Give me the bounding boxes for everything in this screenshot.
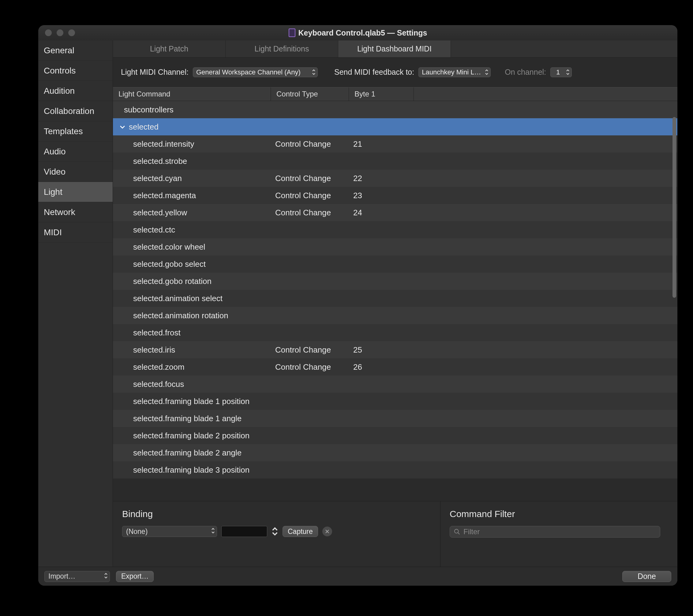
th-command[interactable]: Light Command [113,87,271,101]
cell-byte1: 24 [349,208,414,217]
cell-control-type: Control Change [271,191,349,200]
filter-search-input[interactable]: Filter [450,526,660,538]
table-row[interactable]: selected.yellowControl Change24 [113,204,677,221]
feedback-value: Launchkey Mini L… [422,68,481,76]
th-spacer [414,87,677,101]
updown-icon [485,69,489,75]
updown-icon [566,69,570,75]
table-row[interactable]: selected.animation select [113,290,677,307]
table-row[interactable]: selected.zoomControl Change26 [113,359,677,376]
table-row[interactable]: selected.framing blade 1 position [113,393,677,410]
scrollbar[interactable] [673,117,676,298]
th-control-type[interactable]: Control Type [271,87,349,101]
tab-bar: Light PatchLight DefinitionsLight Dashbo… [113,40,677,58]
sidebar-item-general[interactable]: General [38,40,113,61]
table-row[interactable]: selected.magentaControl Change23 [113,187,677,204]
cell-byte1: 21 [349,139,414,149]
binding-panel: Binding (None) [113,501,440,567]
table-row[interactable]: selected.framing blade 2 angle [113,444,677,461]
sidebar-item-light[interactable]: Light [38,182,113,202]
table-row[interactable]: selected.gobo select [113,255,677,273]
import-label: Import… [48,572,75,580]
midi-channel-label: Light MIDI Channel: [121,68,189,77]
midi-channel-select[interactable]: General Workspace Channel (Any) [193,68,318,77]
sidebar-item-controls[interactable]: Controls [38,61,113,81]
table-row[interactable]: selected.gobo rotation [113,273,677,290]
filter-title: Command Filter [450,509,668,519]
cell-byte1: 22 [349,174,414,183]
tab-light-dashboard-midi[interactable]: Light Dashboard MIDI [338,40,451,57]
table-header: Light Command Control Type Byte 1 [113,87,677,101]
cell-control-type: Control Change [271,345,349,355]
sidebar-item-midi[interactable]: MIDI [38,223,113,243]
cell-command: selected.framing blade 2 position [113,431,271,441]
binding-value-field[interactable] [221,526,267,537]
cell-command: selected.framing blade 3 position [113,465,271,475]
cell-control-type: Control Change [271,362,349,372]
table-row[interactable]: selected.intensityControl Change21 [113,135,677,153]
window-title: Keyboard Control.qlab5 — Settings [298,28,427,37]
close-traffic-light[interactable] [45,30,52,36]
table-row[interactable]: selected.ctc [113,221,677,238]
on-channel-select[interactable]: 1 [550,68,572,77]
cell-command: selected.gobo select [113,259,271,269]
cell-command: selected.color wheel [113,242,271,252]
svg-point-0 [455,529,458,533]
on-channel-value: 1 [556,68,560,76]
table-row[interactable]: selected.cyanControl Change22 [113,170,677,187]
main-panel: Light PatchLight DefinitionsLight Dashbo… [113,40,677,567]
table-row[interactable]: subcontrollers [113,101,677,118]
done-button[interactable]: Done [622,571,671,582]
updown-icon [312,69,316,75]
th-byte1[interactable]: Byte 1 [349,87,414,101]
sidebar-item-network[interactable]: Network [38,202,113,223]
capture-button[interactable]: Capture [282,526,318,537]
table-body: subcontrollersselectedselected.intensity… [113,101,677,501]
filter-panel: Command Filter Filter [440,501,677,567]
table-row[interactable]: selected.framing blade 1 angle [113,410,677,427]
tab-light-patch[interactable]: Light Patch [113,40,225,57]
search-icon [454,528,460,535]
sidebar-item-audio[interactable]: Audio [38,141,113,162]
feedback-select[interactable]: Launchkey Mini L… [418,68,491,77]
binding-type-select[interactable]: (None) [122,526,217,537]
zoom-traffic-light[interactable] [68,30,75,36]
close-icon [325,529,330,534]
cell-command: selected [113,122,271,132]
command-table: Light Command Control Type Byte 1 subcon… [113,87,677,501]
table-row[interactable]: selected.color wheel [113,238,677,255]
table-row[interactable]: selected.framing blade 3 position [113,461,677,479]
sidebar-item-audition[interactable]: Audition [38,81,113,101]
sidebar-item-templates[interactable]: Templates [38,121,113,141]
table-row[interactable]: selected.focus [113,376,677,393]
table-row[interactable]: selected.irisControl Change25 [113,341,677,359]
cell-control-type: Control Change [271,139,349,149]
cell-command: selected.strobe [113,156,271,166]
tab-light-definitions[interactable]: Light Definitions [225,40,338,57]
updown-icon [104,573,108,579]
cell-command: selected.focus [113,380,271,389]
settings-window: Keyboard Control.qlab5 — Settings Genera… [38,25,677,586]
export-button[interactable]: Export… [116,571,154,582]
filter-placeholder: Filter [463,527,480,536]
bottom-panels: Binding (None) [113,501,677,567]
sidebar-item-video[interactable]: Video [38,162,113,182]
chevron-down-icon [119,123,126,130]
footer: Import… Export… Done [38,567,677,586]
table-row[interactable]: selected.frost [113,324,677,341]
table-row[interactable]: selected.animation rotation [113,307,677,324]
cell-command: selected.ctc [113,225,271,235]
cell-control-type: Control Change [271,174,349,183]
minimize-traffic-light[interactable] [57,30,63,36]
sidebar-item-collaboration[interactable]: Collaboration [38,101,113,121]
cell-command: selected.magenta [113,191,271,200]
clear-binding-button[interactable] [322,526,332,536]
on-channel-label: On channel: [505,68,546,77]
binding-value-stepper[interactable] [272,526,278,537]
cell-command: selected.iris [113,345,271,355]
table-row[interactable]: selected.strobe [113,153,677,170]
feedback-label: Send MIDI feedback to: [334,68,414,77]
table-row[interactable]: selected.framing blade 2 position [113,427,677,444]
import-select[interactable]: Import… [44,571,110,582]
table-row[interactable]: selected [113,118,677,135]
